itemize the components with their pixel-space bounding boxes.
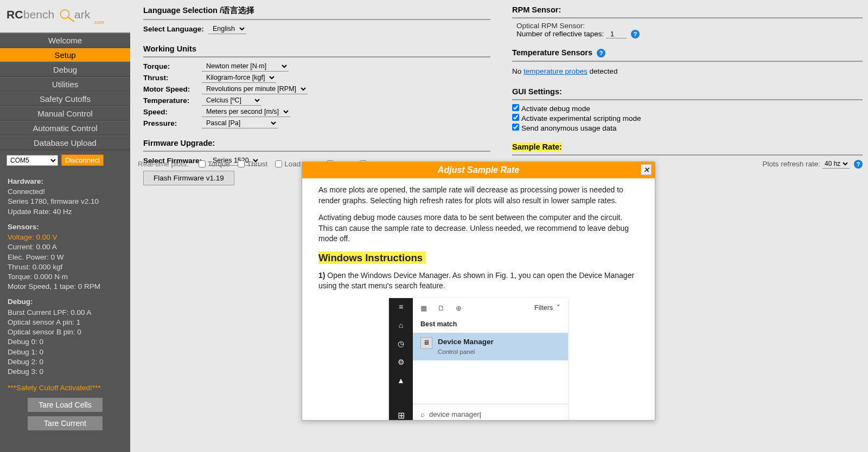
svg-text:ark: ark [74, 8, 91, 21]
hw-series: Series 1780, firmware v2.10 [8, 197, 123, 206]
debug-header: Debug: [8, 297, 123, 307]
sidebar: RC bench ark .com Welcome Setup Debug Ut… [0, 0, 130, 452]
nav: Welcome Setup Debug Utilities Safety Cut… [0, 33, 130, 150]
modal-p2: Activating debug mode causes more data t… [318, 212, 639, 244]
nav-utilities[interactable]: Utilities [0, 77, 130, 92]
modal-close-button[interactable]: ✕ [641, 164, 652, 175]
hw-connected: Connected! [8, 187, 123, 197]
nav-automatic-control[interactable]: Automatic Control [0, 121, 130, 135]
svg-text:bench: bench [23, 8, 54, 21]
refresh-label: Plots refresh rate: [762, 160, 820, 168]
units-section-title: Working Units [143, 42, 490, 57]
temp-detected: detected [588, 67, 618, 75]
rpm-optical-label: Optical RPM Sensor: [516, 22, 863, 30]
best-match-label: Best match [413, 318, 568, 333]
disconnect-button[interactable]: Disconnect [61, 154, 104, 166]
windows-icon: ⊞ [396, 412, 406, 419]
nav-database-upload[interactable]: Database Upload [0, 135, 130, 150]
nav-manual-control[interactable]: Manual Control [0, 106, 130, 121]
document-icon: 🗋 [438, 304, 445, 313]
speed-select[interactable]: Meters per second [m/s] [202, 107, 290, 117]
windows-instructions-heading: Windows Instructions [318, 251, 639, 265]
person-icon: ▲ [396, 377, 406, 385]
svg-line-3 [68, 17, 75, 22]
debug-mode-label: Activate debug mode [521, 105, 590, 113]
device-manager-figure: ≡ ⌂ ◷ ⚙ ▲ ⊞ ▦ 🗋 ⊕ Filters ˅ Best match 🖥 [389, 298, 568, 420]
search-text: device manager [429, 410, 481, 419]
sample-rate-title: Sample Rate: [512, 140, 863, 156]
pressure-select[interactable]: Pascal [Pa] [202, 118, 278, 128]
scripting-label: Activate experimental scripting mode [521, 114, 641, 122]
device-manager-result: 🖥 Device Manager Control panel [413, 333, 568, 360]
info-icon[interactable]: ? [854, 160, 863, 169]
debug-mode-checkbox[interactable] [512, 104, 519, 111]
plot-thrust[interactable]: Thrust [238, 160, 267, 168]
thrust-label: Thrust: [143, 74, 202, 82]
hardware-header: Hardware: [8, 177, 123, 186]
tapes-label: Number of reflective tapes: [516, 30, 604, 38]
gui-section-title: GUI Settings: [512, 85, 863, 100]
debug-0: Debug 0: 0 [8, 337, 123, 347]
nav-welcome[interactable]: Welcome [0, 33, 130, 48]
dm-sidebar: ≡ ⌂ ◷ ⚙ ▲ ⊞ [389, 298, 413, 420]
scripting-checkbox[interactable] [512, 114, 519, 121]
svg-text:.com: .com [93, 20, 104, 25]
temperature-probes-link[interactable]: temperature probes [524, 67, 588, 75]
plots-label: Real-time plots: [138, 160, 189, 168]
clock-icon: ◷ [396, 340, 406, 348]
sensor-power: Elec. Power: 0 W [8, 253, 123, 262]
filters-dropdown: Filters ˅ [534, 304, 560, 313]
sensor-thrust: Thrust: 0.000 kgf [8, 262, 123, 272]
language-label: Select Language: [143, 25, 208, 33]
motor-speed-label: Motor Speed: [143, 85, 202, 93]
sensor-torque: Torque: 0.000 N·m [8, 272, 123, 282]
nav-debug[interactable]: Debug [0, 62, 130, 77]
refresh-select[interactable]: 40 hz [822, 159, 850, 169]
svg-point-2 [61, 10, 69, 18]
tare-current-button[interactable]: Tare Current [27, 416, 103, 431]
search-row: ⌕ device manager [413, 404, 568, 420]
sensors-header: Sensors: [8, 222, 123, 232]
sensor-voltage: Voltage: 0.00 V [8, 233, 123, 242]
info-icon[interactable]: ? [631, 30, 640, 38]
debug-optA: Optical sensor A pin: 1 [8, 318, 123, 327]
apps-icon: ▦ [420, 304, 427, 313]
tare-load-cells-button[interactable]: Tare Load Cells [27, 397, 103, 412]
tapes-input[interactable] [606, 30, 627, 38]
debug-optB: Optical sensor B pin: 0 [8, 327, 123, 337]
language-select[interactable]: English [208, 24, 246, 34]
rpm-section-title: RPM Sensor: [512, 3, 863, 18]
firmware-section-title: Firmware Upgrade: [143, 137, 490, 152]
modal-body[interactable]: As more plots are opened, the sample rat… [302, 178, 655, 420]
temperature-select[interactable]: Celcius [ºC] [202, 95, 261, 106]
port-row: COM5 Disconnect [0, 150, 130, 170]
speed-label: Speed: [143, 108, 202, 116]
debug-burst: Burst Current LPF: 0.00 A [8, 308, 123, 318]
temp-no: No [512, 67, 524, 75]
device-icon: 🖥 [420, 337, 432, 349]
thrust-select[interactable]: Kilogram-force [kgf] [202, 73, 276, 83]
torque-select[interactable]: Newton meter [N·m] [202, 61, 289, 72]
svg-text:RC: RC [7, 8, 23, 21]
safety-cutoff-alert: ***Safety Cutoff Activated!*** [8, 383, 123, 393]
flash-firmware-button[interactable]: Flash Firmware v1.19 [143, 171, 234, 185]
nav-safety-cutoffs[interactable]: Safety Cutoffs [0, 92, 130, 106]
logo: RC bench ark .com [0, 0, 130, 33]
torque-label: Torque: [143, 62, 202, 70]
hw-rate: Update Rate: 40 Hz [8, 207, 123, 217]
plot-torque[interactable]: Torque [199, 160, 230, 168]
adjust-sample-rate-modal: Adjust Sample Rate ✕ As more plots are o… [302, 162, 655, 421]
debug-2: Debug 2: 0 [8, 357, 123, 367]
motor-speed-select[interactable]: Revolutions per minute [RPM] [202, 84, 308, 94]
result-subtitle: Control panel [438, 347, 494, 356]
usage-data-label: Send anonymous usage data [521, 124, 617, 132]
debug-1: Debug 1: 0 [8, 347, 123, 357]
sensor-motor: Motor Speed, 1 tape: 0 RPM [8, 282, 123, 292]
usage-data-checkbox[interactable] [512, 124, 519, 131]
pressure-label: Pressure: [143, 119, 202, 127]
com-port-select[interactable]: COM5 [7, 155, 58, 166]
info-icon[interactable]: ? [597, 49, 605, 57]
nav-setup[interactable]: Setup [0, 48, 130, 62]
modal-title: Adjust Sample Rate ✕ [302, 162, 655, 178]
home-icon: ⌂ [396, 322, 406, 330]
